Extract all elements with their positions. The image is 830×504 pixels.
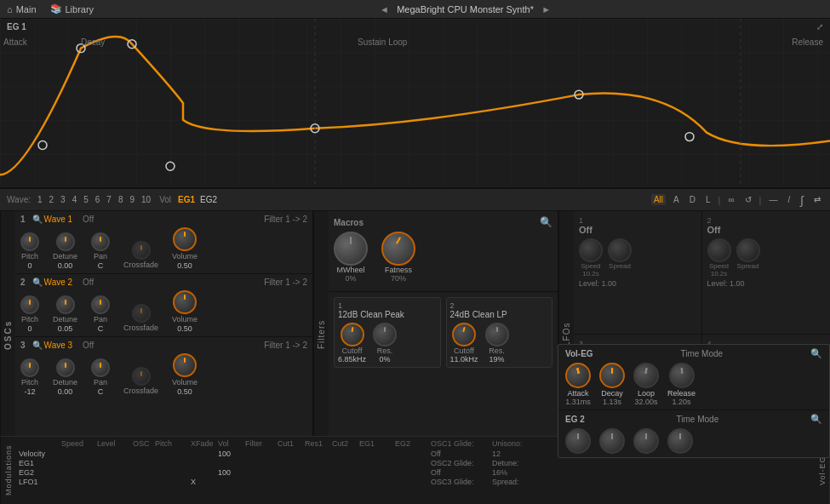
eg2-knob-3[interactable] [633, 428, 659, 454]
wave-4[interactable]: 4 [71, 195, 79, 204]
mod-velocity-xfade [191, 450, 216, 458]
crossfade-1-label: Crossfade [123, 261, 158, 269]
wave-8[interactable]: 8 [117, 195, 125, 204]
pan-2-knob-group: Pan C [91, 295, 110, 333]
crossfade-3-label: Crossfade [123, 387, 158, 395]
macros-search-icon[interactable]: 🔍 [540, 216, 552, 228]
osc-1-num: 1 [20, 215, 26, 224]
pan-2-knob[interactable] [91, 295, 110, 314]
pan-1-knob-group: Pan C [91, 232, 110, 270]
eg1-btn[interactable]: EG1 [178, 195, 195, 204]
eg2-knob-4[interactable] [667, 428, 693, 454]
pan-3-knob-group: Pan C [91, 358, 110, 396]
lfo-1-level-label: Spread [609, 262, 631, 270]
vol-attack-label: Attack [567, 389, 588, 398]
filter-2-cutoff-knob[interactable] [452, 323, 476, 346]
expand-button[interactable]: ⤢ [816, 22, 823, 32]
macro-fatness-knob[interactable] [381, 232, 415, 266]
volume-3-knob-group: Volume 0.50 [172, 353, 197, 396]
volume-1-knob[interactable] [173, 227, 197, 251]
macro-fatness-label: Fatness [385, 266, 412, 274]
vol-release-knob[interactable] [669, 363, 695, 388]
vol-loop-knob[interactable] [633, 363, 659, 388]
d-btn[interactable]: D [687, 194, 698, 205]
refresh-btn[interactable]: ↺ [742, 194, 754, 205]
curve2-btn[interactable]: ∫ [798, 192, 806, 208]
nav-next[interactable]: ► [541, 4, 551, 14]
mod-eg2-glide: Off [431, 468, 490, 477]
osc-2-wave[interactable]: 🔍 Wave 2 [32, 278, 73, 287]
osc-1-wave[interactable]: 🔍 Wave 1 [32, 215, 73, 224]
pitch-2-knob[interactable] [20, 295, 39, 314]
lfo-2-level-knob[interactable] [736, 238, 760, 262]
macros-label: Macros [334, 218, 363, 227]
curve1-btn[interactable]: / [785, 194, 793, 205]
mod-lfo1-xfade: X [191, 478, 216, 486]
volume-2-knob[interactable] [173, 290, 197, 314]
wave-6[interactable]: 6 [94, 195, 102, 204]
vol-eg-search-icon[interactable]: 🔍 [810, 348, 822, 359]
synth-title: MegaBright CPU Monster Synth* [397, 4, 534, 14]
pan-1-knob[interactable] [91, 232, 110, 251]
vol-loop-val: 32.00s [634, 398, 657, 406]
detune-1-knob[interactable] [56, 232, 75, 251]
eg2-btn[interactable]: EG2 [200, 195, 217, 204]
shuffle-btn[interactable]: ⇄ [811, 194, 823, 205]
macro-mwheel-val: 0% [345, 274, 356, 283]
macro-mwheel-knob[interactable] [334, 232, 368, 266]
a-btn[interactable]: A [671, 194, 682, 205]
l-btn[interactable]: L [703, 194, 713, 205]
vol-decay-group: Decay 1.13s [599, 363, 625, 406]
wave-2[interactable]: 2 [48, 195, 56, 204]
macro-mwheel-group: MWheel 0% [334, 232, 368, 283]
filter-2-unit: 2 24dB Clean LP Cutoff 11.0kHz [446, 297, 553, 368]
eg2-knob-1[interactable] [565, 428, 591, 454]
vol-decay-knob[interactable] [599, 363, 625, 388]
wave-7[interactable]: 7 [105, 195, 113, 204]
pitch-1-knob[interactable] [20, 232, 39, 251]
eg2-knob-2[interactable] [599, 428, 625, 454]
wave-3[interactable]: 3 [59, 195, 67, 204]
crossfade-1-knob[interactable] [132, 241, 151, 260]
decay-label: Decay [81, 37, 105, 47]
detune-3-knob[interactable] [56, 358, 75, 377]
wave-9[interactable]: 9 [128, 195, 136, 204]
mod-lfo1-glide: OSC3 Glide: [431, 478, 490, 486]
wave-10[interactable]: 10 [140, 195, 152, 204]
link-btn[interactable]: ∞ [725, 194, 736, 205]
mod-lfo1-cut2 [305, 478, 330, 486]
all-btn[interactable]: All [651, 194, 666, 205]
mod-row-eg2: EG2 100 Off 16% [19, 468, 811, 477]
filter-2-res-val: 19% [489, 355, 505, 364]
eg2-knob-1-group [565, 428, 591, 454]
mod-eg2-src: EG2 [19, 468, 60, 477]
crossfade-3-knob[interactable] [132, 367, 151, 386]
pan-3-knob[interactable] [91, 358, 110, 377]
macros-section: Macros 🔍 MWheel 0% Fatness 70% [329, 211, 558, 292]
filter-1-cutoff-knob[interactable] [341, 323, 364, 346]
lfo-1-speed-knob[interactable] [579, 238, 603, 262]
wave-1[interactable]: 1 [36, 195, 44, 204]
filter-1-res-knob[interactable] [373, 323, 397, 346]
pitch-3-knob[interactable] [20, 358, 39, 377]
wave-5[interactable]: 5 [82, 195, 90, 204]
vol-attack-knob[interactable] [565, 363, 591, 388]
pitch-1-label: Pitch [21, 252, 38, 261]
volume-3-knob[interactable] [173, 353, 197, 377]
mod-eg1-glide: OSC2 Glide: [431, 459, 490, 467]
nav-prev[interactable]: ◄ [380, 4, 389, 14]
osc-3-wave[interactable]: 🔍 Wave 3 [32, 341, 73, 350]
detune-2-knob[interactable] [56, 295, 75, 314]
crossfade-2-knob[interactable] [132, 304, 151, 323]
lfo-1-level-knob[interactable] [608, 238, 632, 262]
filter-2-res-knob[interactable] [485, 323, 509, 346]
modulations-side-label: Modulations [4, 445, 13, 496]
main-menu[interactable]: ⌂ Main [7, 4, 37, 14]
crossfade-1-knob-group: Crossfade [123, 241, 158, 270]
library-menu[interactable]: 📚 Library [50, 3, 94, 14]
eg2-search-icon[interactable]: 🔍 [810, 414, 822, 425]
eg2-mode: Time Mode [677, 415, 719, 424]
flat-btn[interactable]: — [766, 194, 780, 205]
lfo-2-speed-knob[interactable] [707, 238, 731, 262]
mod-eg1-vol [218, 459, 243, 467]
